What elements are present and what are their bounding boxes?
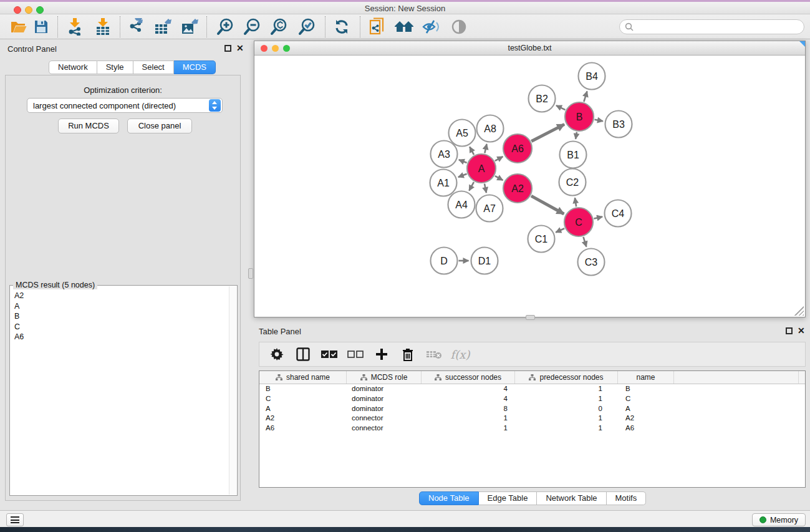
- table-cell[interactable]: 0: [515, 404, 618, 414]
- table-cell[interactable]: A6: [618, 423, 674, 433]
- table-cell[interactable]: A2: [259, 414, 347, 423]
- table-cell[interactable]: B: [618, 384, 674, 394]
- column-header-MCDS-role[interactable]: MCDS role: [347, 371, 422, 384]
- edge-A-A4[interactable]: [469, 182, 474, 191]
- graph-node-C1[interactable]: C1: [528, 226, 555, 253]
- import-table-icon[interactable]: [92, 16, 114, 37]
- table-settings-icon[interactable]: [268, 347, 286, 361]
- table-cell[interactable]: dominator: [347, 394, 422, 404]
- table-row[interactable]: Bdominator41B: [259, 384, 805, 394]
- delete-table-icon[interactable]: [425, 349, 443, 360]
- edge-A6-B[interactable]: [531, 124, 564, 141]
- table-cell[interactable]: 4: [422, 384, 515, 394]
- toggle-columns-icon[interactable]: [294, 347, 312, 361]
- table-cell[interactable]: 1: [422, 414, 515, 423]
- column-header-shared-name[interactable]: shared name: [259, 371, 347, 384]
- graph-node-B4[interactable]: B4: [579, 63, 605, 90]
- zoom-in-icon[interactable]: [214, 16, 236, 37]
- graph-node-A8[interactable]: A8: [477, 115, 504, 142]
- result-item[interactable]: A2: [11, 291, 229, 301]
- table-cell[interactable]: 1: [515, 414, 618, 423]
- deselect-all-icon[interactable]: [347, 350, 364, 359]
- graph-node-B[interactable]: B: [565, 102, 594, 131]
- table-row[interactable]: A6connector11A6: [259, 423, 805, 433]
- table-cell[interactable]: dominator: [347, 404, 422, 414]
- result-item[interactable]: A6: [11, 332, 229, 342]
- table-cell[interactable]: connector: [347, 414, 422, 423]
- table-cell[interactable]: 1: [515, 384, 618, 394]
- select-all-icon[interactable]: [321, 350, 338, 359]
- table-cell[interactable]: A: [259, 404, 347, 414]
- network-canvas[interactable]: B4B2BB3A8A5A6A3B1AC2A1A2A4A7C4CC1C3DD1: [254, 56, 805, 317]
- table-float-panel-icon[interactable]: [786, 327, 793, 334]
- table-cell[interactable]: 1: [515, 423, 618, 433]
- show-graphics-details-icon[interactable]: [448, 16, 470, 37]
- task-history-button[interactable]: [6, 513, 24, 526]
- network-window-titlebar[interactable]: testGlobe.txt: [254, 41, 805, 56]
- edge-A-A5[interactable]: [470, 147, 474, 155]
- edge-A-A1[interactable]: [458, 174, 467, 177]
- edge-C-C4[interactable]: [594, 217, 602, 219]
- table-cell[interactable]: dominator: [347, 384, 422, 394]
- tab-mcds[interactable]: MCDS: [174, 60, 216, 74]
- edge-A2-C[interactable]: [531, 196, 564, 214]
- graph-node-B1[interactable]: B1: [560, 142, 587, 168]
- home-icon[interactable]: [393, 16, 415, 37]
- column-header-name[interactable]: name: [618, 371, 674, 384]
- table-cell[interactable]: A2: [618, 414, 674, 423]
- zoom-fit-icon[interactable]: [268, 16, 290, 37]
- tab-network[interactable]: Network: [49, 60, 97, 74]
- hide-graphics-details-icon[interactable]: [420, 16, 442, 37]
- edge-A-A3[interactable]: [459, 160, 467, 163]
- table-row[interactable]: Cdominator41C: [259, 394, 805, 404]
- edge-B-B4[interactable]: [584, 91, 587, 102]
- graph-node-D1[interactable]: D1: [471, 248, 498, 274]
- tab-network-table[interactable]: Network Table: [537, 491, 606, 505]
- graph-node-A5[interactable]: A5: [449, 120, 476, 147]
- tab-style[interactable]: Style: [97, 60, 133, 74]
- splitter-grip-horizontal[interactable]: [526, 315, 535, 320]
- edge-A-A2[interactable]: [495, 176, 503, 180]
- edge-A-A7[interactable]: [485, 183, 486, 193]
- delete-column-icon[interactable]: [399, 348, 417, 361]
- edge-B-B2[interactable]: [556, 105, 566, 110]
- table-cell[interactable]: 4: [422, 394, 515, 404]
- float-panel-icon[interactable]: [224, 45, 231, 52]
- export-image-icon[interactable]: [178, 16, 201, 37]
- result-item[interactable]: B: [11, 311, 229, 322]
- splitter-grip-vertical[interactable]: [248, 268, 253, 279]
- graph-node-B2[interactable]: B2: [529, 85, 556, 112]
- close-panel-icon[interactable]: ✕: [236, 43, 244, 53]
- table-row[interactable]: A2connector11A2: [259, 414, 805, 423]
- edge-B-B1[interactable]: [576, 132, 577, 139]
- graph-node-C[interactable]: C: [564, 208, 593, 236]
- zoom-selected-icon[interactable]: [296, 16, 318, 37]
- table-cell[interactable]: 8: [422, 404, 515, 414]
- graph-node-A2[interactable]: A2: [503, 174, 532, 203]
- tab-node-table[interactable]: Node Table: [419, 491, 479, 505]
- tab-motifs[interactable]: Motifs: [607, 491, 647, 505]
- table-cell[interactable]: A6: [259, 423, 347, 433]
- search-input[interactable]: [634, 22, 804, 31]
- graph-node-A4[interactable]: A4: [448, 191, 475, 218]
- graph-node-A6[interactable]: A6: [503, 134, 532, 163]
- graph-node-B3[interactable]: B3: [605, 111, 632, 138]
- graph-node-A[interactable]: A: [467, 154, 496, 183]
- graph-node-A3[interactable]: A3: [431, 141, 458, 168]
- column-header-predecessor-nodes[interactable]: predecessor nodes: [515, 371, 618, 384]
- edge-A-A6[interactable]: [495, 157, 503, 161]
- function-builder-icon[interactable]: f(x): [451, 348, 469, 361]
- import-network-icon[interactable]: [64, 16, 86, 37]
- table-close-panel-icon[interactable]: ✕: [798, 326, 805, 336]
- graph-node-A7[interactable]: A7: [476, 195, 503, 222]
- export-table-icon[interactable]: [152, 16, 174, 37]
- graph-node-A1[interactable]: A1: [430, 170, 457, 196]
- edge-A-A8[interactable]: [485, 144, 486, 153]
- result-item[interactable]: C: [11, 322, 229, 332]
- table-cell[interactable]: A: [618, 404, 674, 414]
- run-mcds-button[interactable]: Run MCDS: [58, 118, 119, 133]
- result-scrollbar[interactable]: [229, 286, 236, 495]
- export-network-icon[interactable]: [125, 16, 147, 37]
- tab-select[interactable]: Select: [133, 60, 174, 74]
- table-cell[interactable]: connector: [347, 423, 422, 433]
